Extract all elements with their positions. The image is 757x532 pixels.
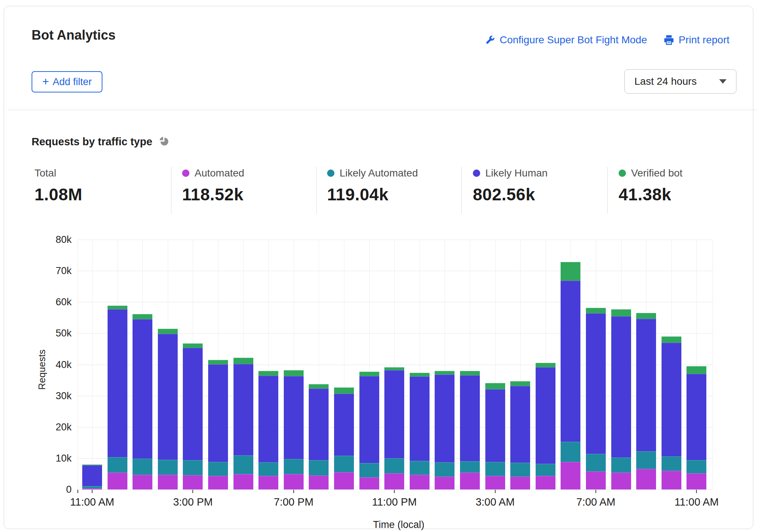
bar-segment-likely-human[interactable] [460, 375, 480, 461]
bar-segment-automated[interactable] [158, 475, 178, 489]
bar-segment-automated[interactable] [284, 474, 304, 489]
bar-segment-likely-automated[interactable] [384, 458, 404, 473]
bar-segment-automated[interactable] [334, 472, 354, 489]
bar-segment-likely-automated[interactable] [309, 460, 329, 475]
bar-segment-likely-automated[interactable] [133, 459, 152, 475]
bar-segment-likely-human[interactable] [561, 281, 580, 441]
bar-segment-automated[interactable] [108, 473, 127, 489]
bar-segment-likely-automated[interactable] [687, 460, 706, 473]
bar-segment-automated[interactable] [233, 474, 253, 489]
bar-segment-likely-human[interactable] [510, 386, 530, 463]
bar-segment-likely-automated[interactable] [284, 459, 304, 474]
bar-segment-verified-bot[interactable] [611, 309, 631, 317]
bar-segment-likely-human[interactable] [108, 309, 127, 457]
bar-segment-verified-bot[interactable] [108, 306, 127, 309]
bar-segment-likely-automated[interactable] [158, 460, 178, 475]
bar-segment-likely-human[interactable] [82, 465, 102, 486]
bar-segment-likely-human[interactable] [586, 313, 606, 454]
bar-segment-verified-bot[interactable] [586, 308, 606, 313]
bar-segment-likely-automated[interactable] [183, 460, 203, 475]
bar-segment-likely-automated[interactable] [460, 461, 480, 473]
bar-segment-automated[interactable] [561, 462, 580, 489]
bar-segment-automated[interactable] [636, 469, 656, 489]
bar-segment-verified-bot[interactable] [636, 313, 656, 319]
bar-segment-likely-automated[interactable] [435, 462, 454, 477]
bar-segment-verified-bot[interactable] [82, 464, 102, 466]
bar-segment-likely-human[interactable] [258, 376, 278, 462]
bar-segment-verified-bot[interactable] [687, 366, 706, 374]
bar-segment-verified-bot[interactable] [309, 384, 329, 389]
bar-segment-verified-bot[interactable] [208, 360, 228, 364]
bar-segment-verified-bot[interactable] [510, 381, 530, 386]
bar-segment-likely-human[interactable] [485, 389, 505, 462]
bar-segment-automated[interactable] [410, 475, 430, 489]
bar-segment-likely-human[interactable] [536, 367, 555, 464]
bar-segment-verified-bot[interactable] [485, 383, 505, 389]
bar-segment-likely-human[interactable] [284, 376, 304, 459]
bar-segment-likely-human[interactable] [158, 334, 178, 460]
bar-segment-verified-bot[interactable] [258, 371, 278, 376]
bar-segment-likely-human[interactable] [410, 376, 430, 461]
bar-segment-automated[interactable] [258, 476, 278, 489]
bar-segment-automated[interactable] [662, 471, 681, 489]
bar-segment-automated[interactable] [133, 475, 152, 489]
bar-segment-verified-bot[interactable] [410, 373, 430, 376]
bar-segment-likely-human[interactable] [687, 374, 706, 460]
bar-segment-likely-automated[interactable] [536, 464, 555, 475]
bar-segment-automated[interactable] [208, 476, 228, 489]
bar-segment-likely-automated[interactable] [510, 463, 530, 477]
bar-segment-likely-human[interactable] [636, 319, 656, 451]
bar-segment-automated[interactable] [82, 488, 102, 489]
bar-segment-verified-bot[interactable] [158, 329, 178, 334]
bar-segment-likely-human[interactable] [359, 376, 379, 463]
bar-segment-automated[interactable] [359, 477, 379, 489]
bar-segment-likely-human[interactable] [309, 389, 329, 460]
bar-segment-likely-automated[interactable] [258, 462, 278, 476]
bar-segment-likely-automated[interactable] [334, 456, 354, 472]
bar-segment-automated[interactable] [183, 475, 203, 489]
bar-segment-verified-bot[interactable] [359, 372, 379, 376]
bar-segment-likely-automated[interactable] [485, 462, 505, 475]
bar-segment-verified-bot[interactable] [561, 262, 580, 281]
bar-segment-likely-automated[interactable] [636, 451, 656, 469]
bar-segment-verified-bot[interactable] [435, 371, 454, 374]
bar-segment-likely-human[interactable] [233, 364, 253, 455]
bar-segment-likely-human[interactable] [435, 375, 454, 462]
bar-segment-automated[interactable] [510, 477, 530, 489]
bar-segment-likely-human[interactable] [334, 394, 354, 456]
bar-segment-verified-bot[interactable] [233, 358, 253, 364]
bar-segment-automated[interactable] [460, 473, 480, 489]
bar-segment-likely-automated[interactable] [561, 442, 580, 462]
bar-segment-likely-automated[interactable] [108, 457, 127, 473]
bar-segment-automated[interactable] [384, 473, 404, 489]
bar-segment-automated[interactable] [586, 471, 606, 489]
bar-segment-likely-human[interactable] [133, 319, 152, 459]
bar-segment-likely-automated[interactable] [233, 455, 253, 474]
bar-segment-verified-bot[interactable] [384, 367, 404, 370]
bar-segment-automated[interactable] [485, 476, 505, 489]
bar-segment-verified-bot[interactable] [662, 336, 681, 343]
bar-segment-likely-human[interactable] [384, 370, 404, 458]
bar-segment-automated[interactable] [309, 475, 329, 489]
bar-segment-verified-bot[interactable] [334, 387, 354, 393]
bar-segment-likely-human[interactable] [183, 348, 203, 460]
bar-segment-verified-bot[interactable] [183, 343, 203, 347]
bar-segment-verified-bot[interactable] [460, 371, 480, 375]
bar-segment-likely-automated[interactable] [662, 456, 681, 471]
bar-segment-likely-human[interactable] [662, 343, 681, 456]
bar-segment-automated[interactable] [687, 473, 706, 489]
bar-segment-likely-automated[interactable] [410, 461, 430, 475]
bar-segment-automated[interactable] [435, 477, 454, 489]
bar-segment-likely-human[interactable] [208, 364, 228, 462]
bar-segment-automated[interactable] [536, 476, 555, 489]
bar-segment-verified-bot[interactable] [133, 314, 152, 319]
bar-segment-likely-automated[interactable] [611, 458, 631, 473]
bar-segment-verified-bot[interactable] [284, 370, 304, 376]
bar-segment-likely-automated[interactable] [208, 462, 228, 475]
bar-segment-likely-automated[interactable] [586, 454, 606, 471]
bar-segment-likely-automated[interactable] [82, 486, 102, 488]
bar-segment-likely-human[interactable] [611, 316, 631, 458]
bar-segment-automated[interactable] [611, 473, 631, 489]
bar-segment-verified-bot[interactable] [536, 363, 555, 367]
bar-segment-likely-automated[interactable] [359, 463, 379, 477]
